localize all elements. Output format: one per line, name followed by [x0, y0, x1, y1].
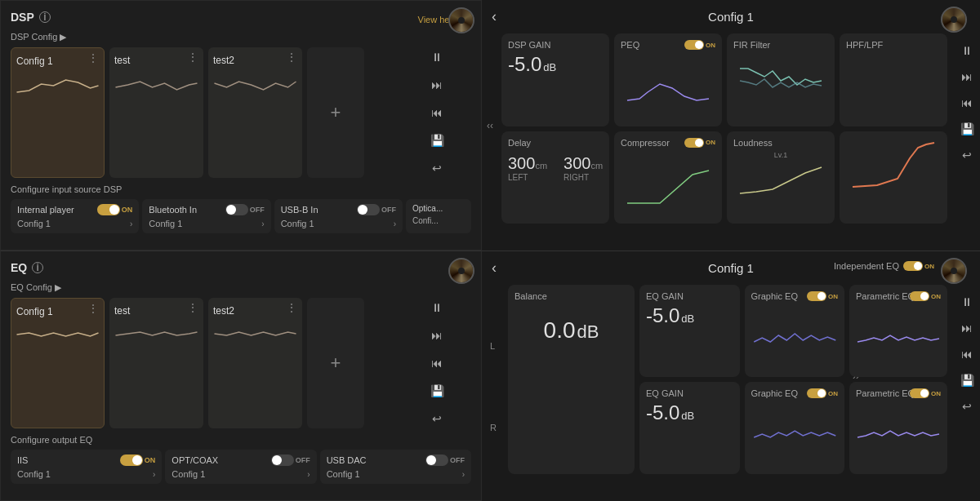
eq-next-button[interactable]: ⏭ — [427, 326, 447, 345]
toggle-usb-b[interactable]: OFF — [357, 204, 396, 215]
module-toggle-compressor[interactable]: ON — [684, 138, 715, 148]
eq-detail-undo-btn[interactable]: ↩ — [957, 397, 977, 416]
module-peq[interactable]: PEQ ON — [614, 33, 722, 126]
detail-save-btn[interactable]: 💾 — [957, 119, 977, 139]
module-toggle-parametric-r[interactable]: ON — [910, 388, 941, 398]
toggle-bluetooth[interactable]: OFF — [225, 204, 265, 215]
toggle-ind-eq[interactable]: ON — [903, 261, 934, 271]
config-dots-3[interactable]: ⋮ — [286, 51, 297, 64]
eq-config-card-1[interactable]: Config 1 ⋮ — [11, 298, 105, 428]
output-source-label: Configure output EQ — [11, 435, 471, 445]
module-parametric-eq-r[interactable]: Parametric EQ ON — [849, 382, 947, 474]
eq-prev-button[interactable]: ⏮ — [427, 353, 447, 373]
toggle-iis[interactable]: ON — [120, 454, 156, 466]
dsp-detail-panel: ‹ Config 1 ‹‹ DSP GAIN -5.0 dB PEQ ON — [482, 0, 980, 250]
detail-next-btn[interactable]: ⏭ — [957, 67, 977, 86]
module-toggle-parametric-l[interactable]: ON — [910, 291, 941, 301]
eq-detail-avatar[interactable] — [941, 258, 967, 284]
module-hpf-lpf[interactable]: HPF/LPF — [840, 33, 947, 126]
config-chart-1 — [16, 68, 99, 100]
dsp-detail-avatar[interactable] — [941, 7, 967, 33]
eq-source-items: IIS ON Config 1 › OPT/COAX OFF Config — [11, 450, 471, 484]
eq-add-config-button[interactable]: + — [307, 298, 364, 428]
eq-config-dots-3[interactable]: ⋮ — [286, 301, 297, 314]
module-balance[interactable]: Balance 0.0 dB — [508, 285, 635, 474]
eq-detail-next-btn[interactable]: ⏭ — [957, 318, 977, 338]
eq-config-card-3[interactable]: test2 ⋮ — [208, 298, 302, 428]
module-graphic-eq-l[interactable]: Graphic EQ ON — [745, 285, 845, 377]
eq-detail-prev-btn[interactable]: ⏮ — [957, 344, 977, 364]
module-dsp-gain[interactable]: DSP GAIN -5.0 dB — [501, 33, 609, 126]
eq-avatar[interactable] — [448, 258, 474, 284]
input-source-label: Configure input source DSP — [11, 184, 471, 194]
module-eq-gain-l[interactable]: EQ GAIN -5.0 dB — [639, 285, 740, 377]
dsp-info-icon[interactable]: i — [39, 11, 51, 23]
toggle-internal[interactable]: ON — [97, 204, 133, 215]
add-config-button[interactable]: + — [307, 47, 364, 178]
eq-gain-l-title: EQ GAIN — [646, 291, 733, 301]
eq-save-button[interactable]: 💾 — [427, 381, 447, 401]
dsp-avatar[interactable] — [448, 7, 474, 33]
source-config-0[interactable]: Config 1 › — [17, 219, 132, 228]
detail-undo-btn[interactable]: ↩ — [957, 145, 977, 165]
eq-detail-save-btn[interactable]: 💾 — [957, 370, 977, 390]
source-config-usb-dac[interactable]: Config 1 › — [327, 469, 465, 479]
source-config-iis[interactable]: Config 1 › — [17, 469, 155, 479]
prev-button[interactable]: ⏮ — [427, 103, 447, 122]
module-loudness[interactable]: Loudness Lv.1 — [727, 131, 835, 224]
module-fir-filter[interactable]: FIR Filter — [727, 33, 835, 126]
undo-button[interactable]: ↩ — [427, 158, 447, 178]
config-card-3[interactable]: test2 ⋮ — [208, 47, 302, 178]
module-toggle-peq[interactable]: ON — [684, 40, 715, 50]
module-eq-gain-r[interactable]: EQ GAIN -5.0 dB — [639, 382, 740, 474]
eq-detail-pause-btn[interactable]: ⏸ — [957, 292, 977, 312]
toggle-usb-dac[interactable]: OFF — [425, 454, 465, 466]
config-card-1[interactable]: Config 1 ⋮ — [11, 47, 105, 178]
module-delay[interactable]: Delay 300cm LEFT 300cm RIGHT — [501, 131, 609, 224]
module-toggle-graphic-l[interactable]: ON — [807, 291, 838, 301]
source-name-iis: IIS — [17, 455, 28, 465]
eq-config-name-2: test — [114, 305, 130, 317]
module-compressor[interactable]: Compressor ON — [614, 131, 722, 224]
source-config-2[interactable]: Config 1 › — [281, 219, 396, 228]
eq-config-card-2[interactable]: test ⋮ — [109, 298, 203, 428]
next-button[interactable]: ⏭ — [427, 75, 447, 95]
eq-undo-button[interactable]: ↩ — [427, 409, 447, 428]
eq-gain-r-value: -5.0 dB — [646, 401, 733, 424]
eq-detail-sidebar: ⏸ ⏭ ⏮ 💾 ↩ — [957, 292, 977, 416]
config-card-2[interactable]: test ⋮ — [109, 47, 203, 178]
config-dots-1[interactable]: ⋮ — [87, 51, 99, 64]
source-config-1[interactable]: Config 1 › — [149, 219, 264, 228]
detail-prev-btn[interactable]: ⏮ — [957, 93, 977, 113]
balance-value: 0.0 dB — [514, 317, 628, 344]
eq-config-dots-2[interactable]: ⋮ — [187, 301, 198, 314]
source-name-opt: OPT/COAX — [172, 455, 218, 465]
module-toggle-graphic-r[interactable]: ON — [807, 388, 838, 398]
eq-info-icon[interactable]: i — [32, 262, 43, 273]
dsp-panel: DSP i View help ? DSP Config ▶ Config 1 … — [0, 0, 482, 250]
eq-config-chart-2 — [114, 317, 198, 350]
graphic-eq-l-chart — [751, 317, 839, 358]
pause-button[interactable]: ⏸ — [427, 47, 447, 67]
module-parametric-eq-l[interactable]: Parametric EQ ON — [849, 285, 947, 377]
config-chart-3 — [213, 67, 297, 100]
save-button[interactable]: 💾 — [427, 131, 447, 150]
delay-values: 300cm LEFT 300cm RIGHT — [508, 154, 603, 182]
eq-panel: EQ i EQ Config ▶ Config 1 ⋮ test ⋮ test2… — [0, 250, 482, 501]
source-config-3[interactable]: Confi... — [412, 216, 465, 225]
source-items-list: Internal player ON Config 1 › Bluetooth … — [11, 199, 471, 233]
toggle-opt[interactable]: OFF — [271, 454, 310, 466]
dsp-title: DSP i — [11, 11, 51, 24]
module-title-fir: FIR Filter — [733, 40, 828, 50]
detail-pause-btn[interactable]: ⏸ — [957, 41, 977, 60]
module-graphic-eq-r[interactable]: Graphic EQ ON — [745, 382, 845, 474]
eq-detail-title: Config 1 — [708, 261, 754, 275]
source-usb-dac: USB DAC OFF Config 1 › — [320, 450, 471, 484]
module-title-delay: Delay — [508, 138, 603, 148]
eq-pause-button[interactable]: ⏸ — [427, 298, 447, 317]
dsp-detail-back[interactable]: ‹ — [492, 8, 497, 25]
source-config-opt[interactable]: Config 1 › — [172, 469, 310, 479]
config-dots-2[interactable]: ⋮ — [187, 51, 198, 64]
eq-detail-back[interactable]: ‹ — [492, 259, 497, 277]
eq-config-dots-1[interactable]: ⋮ — [87, 302, 99, 315]
